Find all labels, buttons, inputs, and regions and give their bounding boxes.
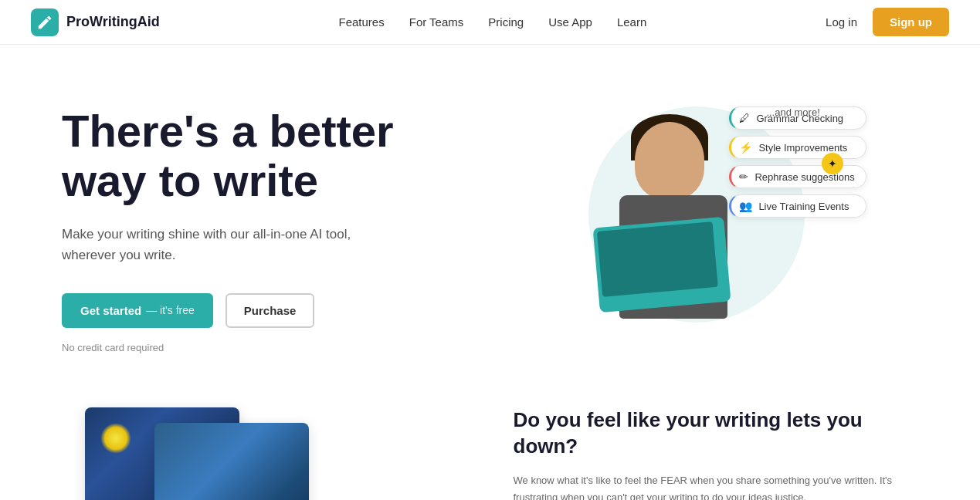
no-credit-text: No credit card required <box>62 342 475 353</box>
blue-painting <box>154 423 309 500</box>
laptop <box>592 217 731 312</box>
badge-training-label: Live Training Events <box>758 201 849 212</box>
logo-svg <box>36 14 53 31</box>
purchase-button[interactable]: Purchase <box>226 293 315 328</box>
nav-features[interactable]: Features <box>339 15 385 29</box>
logo-text: ProWritingAid <box>66 14 160 30</box>
person-head <box>635 122 704 199</box>
hero-subtitle: Make your writing shine with our all-in-… <box>62 224 355 265</box>
navbar: ProWritingAid Features For Teams Pricing… <box>0 0 980 45</box>
nav-useapp[interactable]: Use App <box>548 15 592 29</box>
nav-pricing[interactable]: Pricing <box>488 15 524 29</box>
more-label: ...and more! <box>766 106 819 118</box>
signup-button[interactable]: Sign up <box>873 8 949 36</box>
logo-link[interactable]: ProWritingAid <box>31 8 160 36</box>
training-icon: 👥 <box>739 200 752 212</box>
nav-links: Features For Teams Pricing Use App Learn <box>339 15 647 29</box>
painting-card-front: My idea in my head <box>154 423 309 500</box>
badge-rephrase: ✏ Rephrase suggestions <box>729 165 866 188</box>
login-button[interactable]: Log in <box>826 15 857 29</box>
badge-style: ⚡ Style Improvements <box>729 136 866 159</box>
hero-section: There's a better way to write Make your … <box>0 45 980 384</box>
get-started-button[interactable]: Get started — it's free <box>62 293 213 328</box>
hero-image: ...and more! ✦ 🖊 Grammar Checking ⚡ Styl… <box>565 91 859 353</box>
sparkle-icon: ✦ <box>822 153 843 174</box>
nav-teams[interactable]: For Teams <box>409 15 464 29</box>
section2-images: My idea in my head <box>62 400 467 500</box>
style-icon: ⚡ <box>739 141 752 154</box>
hero-content: There's a better way to write Make your … <box>62 91 475 353</box>
badge-rephrase-label: Rephrase suggestions <box>754 171 854 183</box>
nav-learn[interactable]: Learn <box>617 15 646 29</box>
section2-title: Do you feel like your writing lets you d… <box>514 407 919 460</box>
hero-title: There's a better way to write <box>62 106 475 205</box>
grammar-icon: 🖊 <box>739 112 750 124</box>
badge-style-label: Style Improvements <box>758 142 847 154</box>
logo-icon <box>31 8 59 36</box>
navbar-actions: Log in Sign up <box>826 8 949 36</box>
hero-visual: ...and more! ✦ 🖊 Grammar Checking ⚡ Styl… <box>506 91 919 353</box>
badge-training: 👥 Live Training Events <box>729 194 866 218</box>
section2-text: We know what it's like to feel the FEAR … <box>514 472 919 500</box>
hero-buttons: Get started — it's free Purchase <box>62 293 475 328</box>
section2-content: Do you feel like your writing lets you d… <box>514 400 919 500</box>
rephrase-icon: ✏ <box>739 171 748 183</box>
free-tag: — it's free <box>146 304 195 316</box>
laptop-screen <box>597 221 718 297</box>
feature-badges: ...and more! ✦ 🖊 Grammar Checking ⚡ Styl… <box>729 106 866 218</box>
section2: My idea in my head Do you feel like your… <box>0 384 980 500</box>
